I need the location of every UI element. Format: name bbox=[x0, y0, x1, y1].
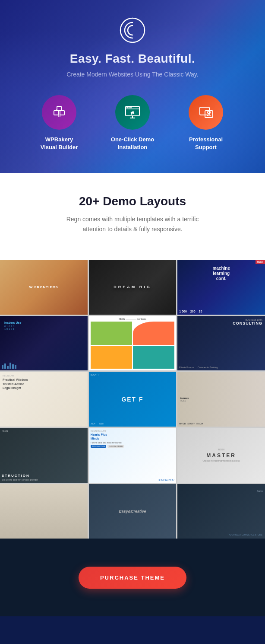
thumb-machinelearning[interactable]: machinelearningconf. 1 500 200 25 REGN bbox=[177, 260, 265, 315]
cta-section: PURCHASE THEME bbox=[0, 539, 265, 616]
thumb-fitness[interactable]: BODYFIT GET F 2004 2015 bbox=[89, 372, 177, 427]
features-row: WPBakeryVisual Builder One-Click DemoIns… bbox=[9, 95, 256, 151]
svg-point-12 bbox=[130, 107, 132, 108]
demo-subtitle: Regn comes with multiple templates with … bbox=[55, 214, 210, 234]
thumb-construction[interactable]: REGN STRUCTION We are the best WP servic… bbox=[0, 428, 88, 483]
support-icon-wrap bbox=[189, 95, 223, 130]
thumb-law[interactable]: REGN LAW Practical WisdomTrusted AdviceL… bbox=[0, 372, 88, 427]
demo-title: 20+ Demo Layouts bbox=[9, 194, 256, 208]
purchase-button[interactable]: PURCHASE THEME bbox=[79, 567, 186, 589]
thumb-consulting[interactable]: BUSINESS DATA CONSULTING Private Finance… bbox=[177, 316, 265, 371]
support-label: ProfessionalSupport bbox=[189, 136, 223, 151]
thumb-sales[interactable]: Sales YOUR NEXT COMMERCE STORE bbox=[177, 484, 265, 539]
svg-point-10 bbox=[126, 107, 128, 108]
logo bbox=[120, 17, 145, 43]
thumb-sand[interactable]: W FRONTIERS bbox=[0, 260, 88, 315]
feature-support: ProfessionalSupport bbox=[176, 95, 236, 151]
thumb-creative1[interactable] bbox=[0, 484, 88, 539]
hero-title: Easy. Fast. Beautiful. bbox=[9, 52, 256, 66]
thumb-master[interactable]: REGN MASTER Choose the fact that will re… bbox=[177, 428, 265, 483]
svg-rect-1 bbox=[54, 111, 58, 115]
feature-oneclick: One-Click DemoInstallation bbox=[102, 95, 163, 151]
demo-section: 20+ Demo Layouts Regn comes with multipl… bbox=[0, 173, 265, 260]
svg-point-0 bbox=[120, 18, 145, 42]
svg-point-11 bbox=[129, 107, 130, 108]
thumb-dreambig[interactable]: DREAM BIG bbox=[89, 260, 177, 315]
hero-section: Easy. Fast. Beautiful. Create Modern Web… bbox=[0, 0, 265, 173]
wpbakery-label: WPBakeryVisual Builder bbox=[41, 136, 78, 151]
demo-grid: W FRONTIERS DREAM BIG machinelearningcon… bbox=[0, 260, 265, 539]
svg-rect-3 bbox=[57, 106, 61, 111]
thumb-tech[interactable]: leaders Use 0 1 0 1 0 1 0 1 0 1 bbox=[0, 316, 88, 371]
wpbakery-icon-wrap bbox=[42, 95, 76, 130]
hero-subtitle: Create Modern Websites Using The Classic… bbox=[9, 71, 256, 78]
thumb-creative2[interactable]: Easy&Creative bbox=[89, 484, 177, 539]
oneclick-icon-wrap bbox=[115, 95, 150, 130]
thumb-person[interactable]: tomers RESS MYOB STORY RADIX bbox=[177, 372, 265, 427]
thumb-medical[interactable]: REGN HEALTH Hearts PlusMinds For the bes… bbox=[89, 428, 177, 483]
thumb-blog[interactable]: REGN ————— nav items bbox=[89, 316, 177, 371]
oneclick-label: One-Click DemoInstallation bbox=[111, 136, 154, 151]
feature-wpbakery: WPBakeryVisual Builder bbox=[29, 95, 89, 151]
svg-rect-2 bbox=[60, 111, 64, 115]
